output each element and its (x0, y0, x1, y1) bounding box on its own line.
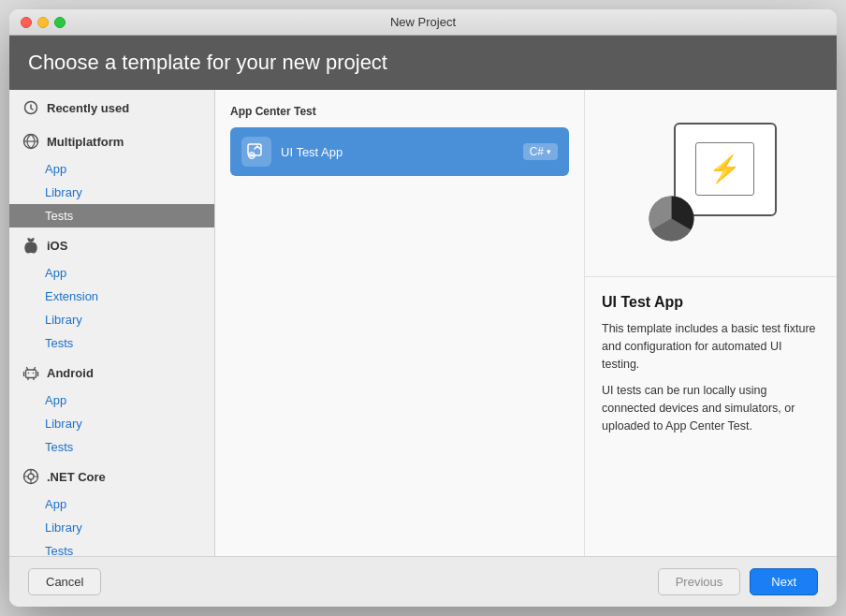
preview-area: ⚡ (585, 90, 837, 277)
sidebar-item-ios-extension[interactable]: Extension (9, 285, 214, 308)
template-icon-ui-test-app (241, 137, 271, 167)
right-panel: ⚡ UI Test App This template (584, 90, 837, 556)
minimize-button[interactable] (37, 17, 49, 28)
android-icon (22, 364, 39, 381)
chevron-down-icon: ▾ (547, 147, 551, 156)
sidebar-recently-used[interactable]: Recently used (9, 90, 214, 124)
sidebar-item-android-library[interactable]: Library (9, 412, 214, 435)
description-title: UI Test App (602, 294, 820, 311)
title-bar: New Project (9, 9, 837, 36)
header-bar: Choose a template for your new project (9, 36, 837, 90)
preview-screen-inner: ⚡ (695, 142, 755, 197)
previous-button[interactable]: Previous (658, 568, 741, 595)
svg-point-2 (28, 373, 30, 374)
svg-point-7 (249, 153, 255, 159)
sidebar-section-android[interactable]: Android (9, 355, 214, 389)
language-label: C# (530, 145, 544, 158)
close-button[interactable] (21, 17, 32, 28)
sidebar-item-netcore-tests[interactable]: Tests (9, 539, 214, 556)
description-para-2: UI tests can be run locally using connec… (602, 382, 820, 434)
svg-point-5 (28, 474, 34, 479)
ios-icon (22, 237, 39, 254)
sidebar-item-android-tests[interactable]: Tests (9, 435, 214, 459)
footer: Cancel Previous Next (9, 556, 837, 607)
multiplatform-label: Multiplatform (47, 135, 124, 149)
preview-pie-chart (646, 193, 697, 244)
ios-label: iOS (47, 239, 67, 253)
center-panel: App Center Test UI Test App C# ▾ (215, 90, 584, 556)
sidebar-section-netcore[interactable]: .NET Core (9, 459, 214, 492)
sidebar-item-multiplatform-tests[interactable]: Tests (9, 204, 214, 227)
language-badge[interactable]: C# ▾ (523, 143, 558, 160)
sidebar-item-multiplatform-library[interactable]: Library (9, 181, 214, 204)
svg-point-3 (33, 373, 35, 374)
sidebar-item-android-app[interactable]: App (9, 389, 214, 412)
cancel-button[interactable]: Cancel (28, 568, 101, 595)
sidebar: Recently used Multiplatform App Library … (9, 90, 215, 556)
template-name: UI Test App (281, 145, 523, 159)
lightning-icon: ⚡ (708, 154, 741, 184)
page-title: Choose a template for your new project (28, 51, 818, 75)
description-para-1: This template includes a basic test fixt… (602, 320, 820, 373)
center-section-label: App Center Test (230, 105, 569, 118)
recently-used-label: Recently used (47, 101, 129, 115)
multiplatform-icon (22, 133, 39, 150)
sidebar-section-multiplatform[interactable]: Multiplatform (9, 124, 214, 157)
sidebar-item-ios-app[interactable]: App (9, 261, 214, 285)
preview-illustration: ⚡ (646, 123, 777, 244)
sidebar-item-multiplatform-app[interactable]: App (9, 157, 214, 181)
sidebar-section-ios[interactable]: iOS (9, 227, 214, 261)
template-item-ui-test-app[interactable]: UI Test App C# ▾ (230, 127, 569, 176)
next-button[interactable]: Next (750, 568, 818, 595)
traffic-lights (21, 17, 66, 28)
window: New Project Choose a template for your n… (9, 9, 837, 607)
clock-icon (22, 99, 39, 116)
description-text: This template includes a basic test fixt… (602, 320, 820, 435)
sidebar-item-ios-library[interactable]: Library (9, 308, 214, 331)
sidebar-item-netcore-library[interactable]: Library (9, 516, 214, 539)
window-title: New Project (390, 15, 456, 29)
footer-right: Previous Next (658, 568, 818, 595)
description-area: UI Test App This template includes a bas… (585, 277, 837, 556)
main-content: Recently used Multiplatform App Library … (9, 90, 837, 556)
netcore-label: .NET Core (47, 470, 106, 484)
sidebar-item-netcore-app[interactable]: App (9, 492, 214, 516)
netcore-icon (22, 468, 39, 485)
sidebar-item-ios-tests[interactable]: Tests (9, 331, 214, 355)
maximize-button[interactable] (54, 17, 66, 28)
android-label: Android (47, 366, 94, 380)
